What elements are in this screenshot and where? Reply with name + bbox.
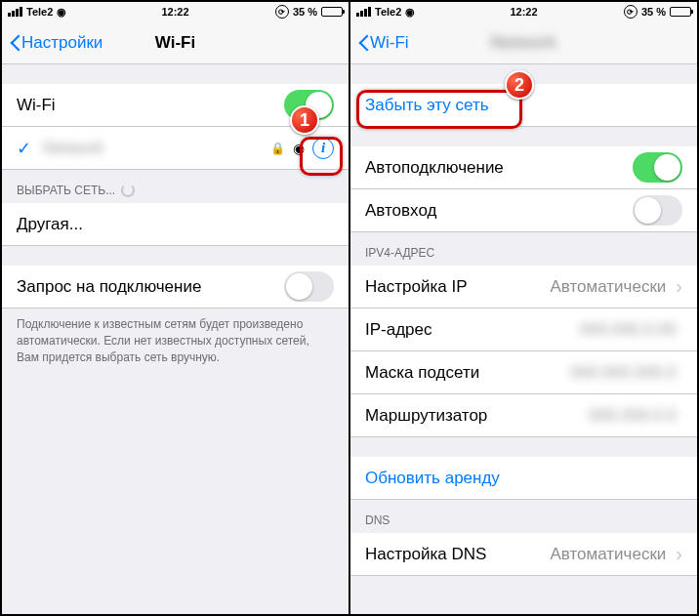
router-value: 000.000.0.0	[589, 406, 677, 426]
phone-wifi-list: Tele2 ◉ 12:22 ⟳ 35 % Настройки Wi-Fi Wi-…	[2, 2, 349, 614]
configure-ip-row[interactable]: Настройка IP Автоматически ›	[350, 266, 697, 308]
configure-dns-label: Настройка DNS	[365, 545, 550, 564]
nav-bar: Настройки Wi-Fi	[2, 21, 349, 64]
signal-bars-icon	[8, 7, 22, 17]
subnet-row: Маска подсети 000.000.000.0	[350, 351, 697, 394]
other-network-row[interactable]: Другая...	[2, 203, 349, 246]
phone-network-detail: Tele2 ◉ 12:22 ⟳ 35 % Wi-Fi Network Забыт…	[350, 2, 697, 614]
wifi-status-icon: ◉	[57, 6, 66, 19]
router-label: Маршрутизатор	[365, 406, 589, 426]
battery-pct-label: 35 %	[293, 6, 317, 18]
back-button[interactable]: Настройки	[10, 33, 103, 53]
chevron-left-icon	[10, 33, 21, 53]
forget-network-row[interactable]: Забыть эту сеть	[350, 84, 697, 127]
battery-icon	[670, 7, 691, 17]
content: Забыть эту сеть Автоподключение Автовход…	[350, 64, 697, 614]
spinner-icon	[121, 184, 135, 197]
subnet-value: 000.000.000.0	[570, 363, 677, 383]
other-network-label: Другая...	[17, 215, 334, 234]
wifi-signal-icon: ◉	[293, 141, 305, 156]
clock-label: 12:22	[161, 6, 188, 18]
ip-address-row: IP-адрес 000.000.0.00	[350, 308, 697, 351]
ask-to-join-row[interactable]: Запрос на подключение	[2, 266, 349, 308]
footer-note: Подключение к известным сетям будет прои…	[2, 308, 349, 373]
dns-header: DNS	[350, 500, 697, 533]
chevron-right-icon: ›	[676, 543, 682, 565]
configure-dns-value: Автоматически	[550, 545, 666, 564]
page-title: Network	[491, 33, 556, 53]
subnet-label: Маска подсети	[365, 363, 570, 383]
auto-login-row[interactable]: Автовход	[350, 189, 697, 232]
clock-label: 12:22	[510, 6, 537, 18]
auto-login-toggle[interactable]	[633, 195, 682, 226]
carrier-label: Tele2	[26, 6, 53, 18]
carrier-label: Tele2	[375, 6, 401, 18]
configure-ip-value: Автоматически	[550, 277, 666, 297]
configure-ip-label: Настройка IP	[365, 277, 550, 297]
configure-dns-row[interactable]: Настройка DNS Автоматически ›	[350, 533, 697, 576]
info-icon[interactable]: i	[312, 138, 334, 159]
ask-to-join-label: Запрос на подключение	[17, 277, 284, 297]
auto-join-toggle[interactable]	[633, 152, 682, 183]
page-title: Wi-Fi	[155, 33, 195, 53]
auto-join-row[interactable]: Автоподключение	[350, 146, 697, 189]
choose-network-header: ВЫБРАТЬ СЕТЬ...	[2, 170, 349, 203]
ip-address-label: IP-адрес	[365, 320, 580, 340]
forget-network-label: Забыть эту сеть	[365, 96, 682, 115]
check-icon: ✓	[17, 138, 31, 159]
wifi-toggle-row[interactable]: Wi-Fi	[2, 84, 349, 127]
nav-bar: Wi-Fi Network	[350, 21, 697, 64]
wifi-status-icon: ◉	[405, 6, 415, 19]
network-name: Network	[43, 139, 270, 158]
status-bar: Tele2 ◉ 12:22 ⟳ 35 %	[2, 2, 349, 21]
lock-icon: 🔒	[270, 142, 285, 155]
orientation-lock-icon: ⟳	[624, 5, 637, 19]
wifi-toggle[interactable]	[284, 90, 334, 120]
ipv4-header: IPV4-АДРЕС	[350, 232, 697, 266]
back-label: Настройки	[21, 33, 103, 53]
renew-lease-label: Обновить аренду	[365, 469, 682, 488]
battery-pct-label: 35 %	[641, 6, 666, 18]
chevron-right-icon: ›	[676, 275, 682, 298]
router-row: Маршрутизатор 000.000.0.0	[350, 394, 697, 437]
ip-address-value: 000.000.0.00	[580, 320, 677, 340]
signal-bars-icon	[356, 7, 371, 17]
ask-to-join-toggle[interactable]	[284, 271, 334, 302]
connected-network-row[interactable]: ✓ Network 🔒 ◉ i	[2, 127, 349, 170]
battery-icon	[321, 7, 343, 17]
wifi-toggle-label: Wi-Fi	[17, 96, 284, 115]
status-bar: Tele2 ◉ 12:22 ⟳ 35 %	[350, 2, 697, 21]
auto-join-label: Автоподключение	[365, 158, 633, 178]
renew-lease-row[interactable]: Обновить аренду	[350, 457, 697, 500]
orientation-lock-icon: ⟳	[275, 5, 289, 19]
back-button[interactable]: Wi-Fi	[358, 33, 409, 53]
content: Wi-Fi ✓ Network 🔒 ◉ i ВЫБРАТЬ СЕТЬ... Др…	[2, 64, 349, 614]
auto-login-label: Автовход	[365, 201, 633, 221]
chevron-left-icon	[358, 33, 370, 53]
